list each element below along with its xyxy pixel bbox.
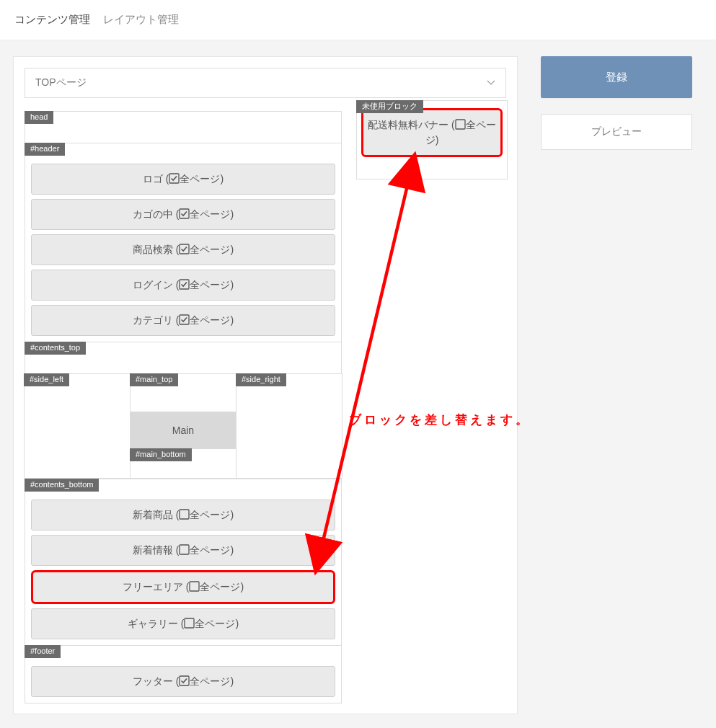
block-item[interactable]: フリーエリア (全ページ) bbox=[31, 570, 335, 604]
block-all-pages: (全ページ) bbox=[176, 244, 234, 255]
section-tag-contents-bottom: #contents_bottom bbox=[25, 479, 99, 492]
section-header[interactable]: #header ロゴ (全ページ)カゴの中 (全ページ)商品検索 (全ページ)ロ… bbox=[25, 143, 342, 342]
block-item[interactable]: 新着情報 (全ページ) bbox=[31, 535, 335, 566]
checkbox-icon bbox=[179, 509, 190, 520]
block-name: 配送料無料バナー bbox=[368, 119, 448, 130]
section-tag-head: head bbox=[25, 111, 53, 124]
block-all-pages: (全ページ) bbox=[176, 509, 234, 520]
checkbox-icon bbox=[179, 279, 190, 290]
section-tag-unused: 未使用ブロック bbox=[356, 100, 423, 113]
svg-rect-5 bbox=[180, 510, 189, 519]
checkbox-icon bbox=[184, 618, 195, 629]
block-name: フッター bbox=[133, 675, 173, 687]
block-name: カゴの中 bbox=[133, 208, 173, 220]
unused-blocks-panel[interactable]: 未使用ブロック 配送料無料バナー (全ページ) bbox=[356, 100, 508, 179]
block-name: ログイン bbox=[133, 279, 173, 290]
breadcrumb-primary: コンテンツ管理 bbox=[14, 13, 90, 27]
block-all-pages: (全ページ) bbox=[176, 314, 234, 326]
section-tag-main-bottom: #main_bottom bbox=[130, 448, 192, 461]
checkbox-icon bbox=[179, 244, 190, 255]
checkbox-icon bbox=[179, 208, 190, 220]
section-main-top[interactable]: #main_top bbox=[131, 374, 236, 412]
block-name: 新着情報 bbox=[133, 544, 173, 556]
section-side-left[interactable]: #side_left bbox=[24, 373, 131, 479]
block-name: ロゴ bbox=[143, 173, 163, 185]
section-head[interactable]: head bbox=[25, 111, 342, 143]
block-item[interactable]: 商品検索 (全ページ) bbox=[31, 234, 335, 265]
register-button[interactable]: 登録 bbox=[541, 56, 692, 98]
section-contents-top[interactable]: #contents_top bbox=[25, 342, 342, 374]
page-select-value: TOPページ bbox=[35, 76, 87, 89]
section-contents-bottom[interactable]: #contents_bottom 新着商品 (全ページ)新着情報 (全ページ)フ… bbox=[25, 479, 342, 646]
block-name: 商品検索 bbox=[133, 244, 173, 255]
layout-editor-panel: TOPページ head #header ロゴ (全ページ)カゴの中 (全ページ)… bbox=[13, 56, 518, 714]
block-name: フリーエリア bbox=[123, 581, 183, 592]
block-all-pages: (全ページ) bbox=[181, 618, 239, 629]
block-item[interactable]: カテゴリ (全ページ) bbox=[31, 305, 335, 336]
block-name: ギャラリー bbox=[128, 618, 178, 629]
svg-rect-6 bbox=[180, 545, 189, 554]
checkbox-icon bbox=[179, 544, 190, 556]
block-item[interactable]: ロゴ (全ページ) bbox=[31, 164, 335, 195]
block-all-pages: (全ページ) bbox=[186, 581, 244, 592]
svg-rect-8 bbox=[185, 618, 194, 628]
block-item[interactable]: カゴの中 (全ページ) bbox=[31, 199, 335, 230]
section-tag-main-top: #main_top bbox=[130, 373, 178, 386]
block-all-pages: (全ページ) bbox=[176, 208, 234, 220]
checkbox-icon bbox=[179, 675, 190, 687]
breadcrumb-secondary: レイアウト管理 bbox=[103, 13, 179, 27]
block-item[interactable]: ギャラリー (全ページ) bbox=[31, 608, 335, 639]
block-item[interactable]: フッター (全ページ) bbox=[31, 666, 335, 697]
section-tag-header: #header bbox=[25, 143, 65, 156]
preview-button[interactable]: プレビュー bbox=[541, 114, 692, 150]
checkbox-icon bbox=[455, 119, 466, 130]
section-main-row: #side_left #main_top Main #main_bottom #… bbox=[25, 373, 342, 479]
block-all-pages: (全ページ) bbox=[176, 675, 234, 687]
section-main-bottom[interactable]: #main_bottom bbox=[131, 449, 236, 478]
block-item[interactable]: ログイン (全ページ) bbox=[31, 270, 335, 301]
section-footer[interactable]: #footer フッター (全ページ) bbox=[25, 645, 342, 703]
block-name: 新着商品 bbox=[133, 509, 173, 520]
section-tag-contents-top: #contents_top bbox=[25, 342, 86, 355]
svg-rect-10 bbox=[456, 120, 465, 129]
block-item[interactable]: 新着商品 (全ページ) bbox=[31, 500, 335, 531]
checkbox-icon bbox=[169, 173, 180, 185]
checkbox-icon bbox=[189, 581, 200, 592]
actions-panel: 登録 プレビュー bbox=[541, 56, 692, 150]
block-all-pages: (全ページ) bbox=[176, 279, 234, 290]
block-item[interactable]: 配送料無料バナー (全ページ) bbox=[361, 108, 503, 157]
main-area-placeholder: Main bbox=[131, 412, 236, 449]
checkbox-icon bbox=[179, 314, 190, 326]
block-all-pages: (全ページ) bbox=[176, 544, 234, 556]
section-main-center: #main_top Main #main_bottom bbox=[130, 373, 237, 479]
section-tag-side-right: #side_right bbox=[236, 373, 286, 386]
section-tag-footer: #footer bbox=[25, 645, 61, 658]
chevron-down-icon bbox=[487, 79, 495, 87]
section-tag-side-left: #side_left bbox=[24, 373, 69, 386]
svg-rect-7 bbox=[190, 582, 199, 591]
block-all-pages: (全ページ) bbox=[166, 173, 224, 185]
annotation-text: ブロックを差し替えます。 bbox=[349, 412, 531, 428]
page-select[interactable]: TOPページ bbox=[25, 68, 506, 98]
section-side-right[interactable]: #side_right bbox=[236, 373, 342, 479]
block-name: カテゴリ bbox=[133, 314, 173, 326]
breadcrumb: コンテンツ管理 レイアウト管理 bbox=[0, 0, 716, 40]
